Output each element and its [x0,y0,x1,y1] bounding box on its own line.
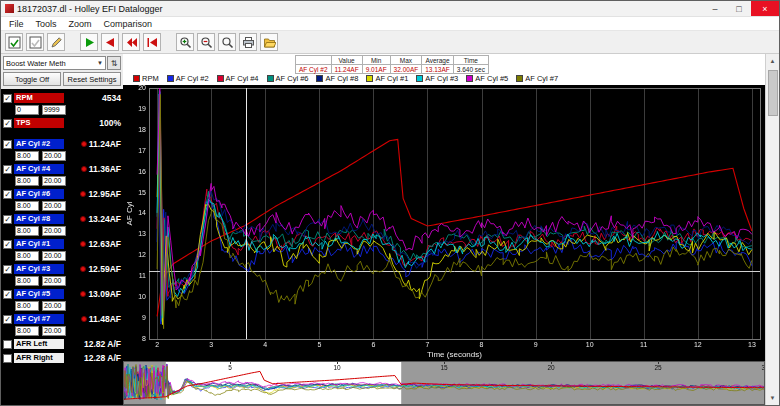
legend-swatch-icon [316,75,323,82]
zoom-out-icon[interactable] [197,33,215,51]
edit-notes-icon[interactable] [47,33,65,51]
channel-af-cyl-6: ✓AF Cyl #612.95AF8.0020.00 [1,188,123,211]
channel-max-input-af-cyl-3[interactable]: 20.00 [42,276,66,286]
channel-checkbox-rpm[interactable]: ✓ [3,94,12,103]
channels-on-icon[interactable] [5,33,23,51]
channel-name-afr-left[interactable]: AFR Left [14,339,64,349]
menu-item-zoom[interactable]: Zoom [63,19,98,29]
channel-checkbox-af-cyl-4[interactable]: ✓ [3,165,12,174]
channel-af-cyl-3: ✓AF Cyl #312.59AF8.0020.00 [1,263,123,286]
channel-value-af-cyl-6: 12.95AF [64,189,123,199]
channel-af-cyl-4: ✓AF Cyl #411.36AF8.0020.00 [1,163,123,186]
reset-settings-button[interactable]: Reset Settings [63,72,121,86]
menu-item-file[interactable]: File [3,19,30,29]
legend-item-af-cyl-6: AF Cyl #6 [267,74,309,83]
channel-name-tps[interactable]: TPS [14,118,64,128]
legend-label: AF Cyl #5 [475,74,508,83]
channel-checkbox-af-cyl-8[interactable]: ✓ [3,215,12,224]
channel-name-af-cyl-3[interactable]: AF Cyl #3 [14,264,64,274]
chart-panel: Value Min Max Average Time AF Cyl #2 11.… [123,54,765,405]
channel-checkbox-afr-right[interactable] [3,354,12,363]
scroll-up-icon[interactable]: ▲ [766,54,779,68]
channel-checkbox-af-cyl-3[interactable]: ✓ [3,265,12,274]
channel-max-input-af-cyl-1[interactable]: 20.00 [42,251,66,261]
legend-swatch-icon [167,75,174,82]
legend-swatch-icon [466,75,473,82]
minimize-button[interactable]: – [703,1,727,16]
preset-dropdown-value: Boost Water Meth [6,59,66,68]
channel-name-af-cyl-2[interactable]: AF Cyl #2 [14,139,64,149]
vertical-scrollbar[interactable]: ▲ ▼ [765,54,779,405]
play-reverse-icon[interactable] [101,33,119,51]
record-dot-icon [81,141,87,147]
legend-label: AF Cyl #4 [226,74,259,83]
channel-tps: ✓TPS100% [1,117,123,129]
scroll-down-icon[interactable]: ▼ [766,391,779,405]
channel-checkbox-tps[interactable]: ✓ [3,119,12,128]
legend-label: AF Cyl #3 [425,74,458,83]
preset-dropdown[interactable]: Boost Water Meth ▼ [3,56,106,70]
channels-off-icon[interactable] [26,33,44,51]
channel-name-afr-right[interactable]: AFR Right [14,353,64,363]
channel-name-af-cyl-7[interactable]: AF Cyl #7 [14,314,64,324]
open-file-icon[interactable] [260,33,278,51]
menu-item-tools[interactable]: Tools [30,19,63,29]
channel-name-rpm[interactable]: RPM [14,93,64,103]
record-dot-icon [80,241,86,247]
channel-name-af-cyl-5[interactable]: AF Cyl #5 [14,289,64,299]
channel-min-input-af-cyl-1[interactable]: 8.00 [15,251,39,261]
channel-checkbox-af-cyl-1[interactable]: ✓ [3,240,12,249]
zoom-in-icon[interactable] [176,33,194,51]
record-dot-icon [81,166,87,172]
zoom-tool-icon[interactable] [218,33,236,51]
maximize-button[interactable]: □ [727,1,751,16]
channel-min-input-af-cyl-2[interactable]: 8.00 [15,151,39,161]
channel-checkbox-af-cyl-2[interactable]: ✓ [3,140,12,149]
channel-checkbox-af-cyl-5[interactable]: ✓ [3,290,12,299]
legend-item-af-cyl-8: AF Cyl #8 [316,74,358,83]
channel-name-af-cyl-4[interactable]: AF Cyl #4 [14,164,64,174]
channel-max-input-af-cyl-7[interactable]: 20.00 [42,326,66,336]
close-button[interactable]: × [751,1,779,16]
channel-max-input-af-cyl-8[interactable]: 20.00 [42,226,66,236]
timeline-navigator[interactable] [123,361,765,405]
channel-max-input-af-cyl-4[interactable]: 20.00 [42,176,66,186]
channel-max-input-af-cyl-5[interactable]: 20.00 [42,301,66,311]
channel-min-input-af-cyl-4[interactable]: 8.00 [15,176,39,186]
menu-item-comparison[interactable]: Comparison [98,19,159,29]
channel-min-input-af-cyl-3[interactable]: 8.00 [15,276,39,286]
info-header-max: Max [390,56,422,65]
legend-label: AF Cyl #1 [375,74,408,83]
record-dot-icon [80,266,86,272]
legend-item-af-cyl-7: AF Cyl #7 [516,74,558,83]
channel-min-input-rpm[interactable]: 0 [15,105,39,115]
info-header-time: Time [453,56,488,65]
rewind-icon[interactable] [122,33,140,51]
channel-min-input-af-cyl-5[interactable]: 8.00 [15,301,39,311]
channel-min-input-af-cyl-6[interactable]: 8.00 [15,201,39,211]
play-forward-icon[interactable] [80,33,98,51]
channel-min-input-af-cyl-8[interactable]: 8.00 [15,226,39,236]
print-icon[interactable] [239,33,257,51]
channel-min-input-af-cyl-7[interactable]: 8.00 [15,326,39,336]
record-dot-icon [80,216,86,222]
channel-af-cyl-2: ✓AF Cyl #211.24AF8.0020.00 [1,138,123,161]
channel-af-cyl-8: ✓AF Cyl #813.24AF8.0020.00 [1,213,123,236]
info-header-average: Average [422,56,454,65]
go-to-start-icon[interactable] [143,33,161,51]
channel-max-input-af-cyl-2[interactable]: 20.00 [42,151,66,161]
preset-spinner-button[interactable]: ⇅ [107,56,121,70]
channel-name-af-cyl-8[interactable]: AF Cyl #8 [14,214,64,224]
legend-label: AF Cyl #2 [176,74,209,83]
channel-max-input-af-cyl-6[interactable]: 20.00 [42,201,66,211]
channel-max-input-rpm[interactable]: 9999 [42,105,66,115]
channel-checkbox-afr-left[interactable] [3,340,12,349]
channel-name-af-cyl-6[interactable]: AF Cyl #6 [14,189,64,199]
scrollbar-thumb[interactable] [768,70,778,116]
toggle-off-button[interactable]: Toggle Off [3,72,61,86]
channel-checkbox-af-cyl-6[interactable]: ✓ [3,190,12,199]
info-value: 11.24AF [331,65,362,74]
channel-name-af-cyl-1[interactable]: AF Cyl #1 [14,239,64,249]
main-chart[interactable] [123,85,765,361]
channel-checkbox-af-cyl-7[interactable]: ✓ [3,315,12,324]
